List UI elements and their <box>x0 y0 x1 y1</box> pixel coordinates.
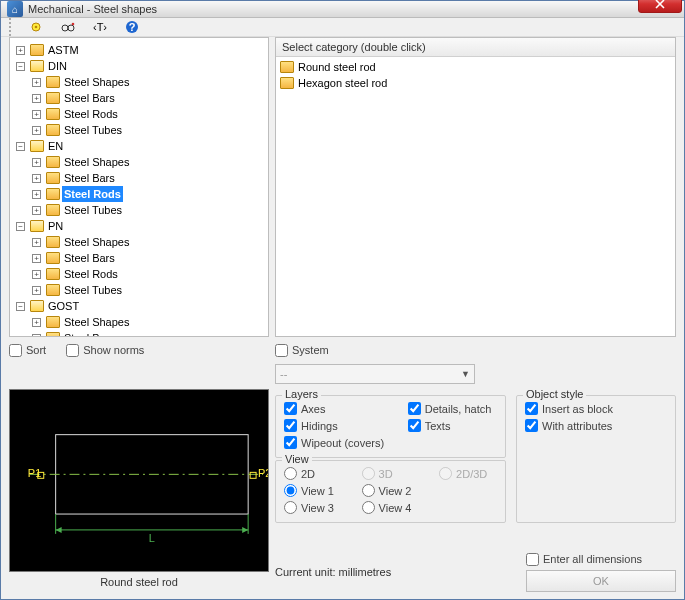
view-4-radio[interactable]: View 4 <box>362 501 422 514</box>
tree-item-label[interactable]: Steel Shapes <box>62 234 131 250</box>
tree-expander[interactable]: + <box>32 318 41 327</box>
layer-hidings-checkbox[interactable]: Hidings <box>284 419 390 432</box>
toolbar-help-button[interactable]: ? <box>123 18 141 36</box>
show-norms-checkbox[interactable]: Show norms <box>66 344 144 357</box>
folder-icon <box>30 140 44 152</box>
layers-fieldset: Layers Axes Details, hatch Hidings Texts… <box>275 395 506 458</box>
tree-expander[interactable]: + <box>32 254 41 263</box>
tree-expander[interactable]: + <box>32 286 41 295</box>
tree-item-label[interactable]: Steel Bars <box>62 250 117 266</box>
tree-item-label[interactable]: PN <box>46 218 65 234</box>
tree-expander[interactable]: + <box>32 158 41 167</box>
chevron-down-icon: ▼ <box>461 369 470 379</box>
with-attributes-checkbox[interactable]: With attributes <box>525 419 667 432</box>
system-combobox[interactable]: --▼ <box>275 364 475 384</box>
tree-expander[interactable]: + <box>32 270 41 279</box>
toolbar-grip <box>9 18 13 36</box>
svg-text:‹T›: ‹T› <box>93 21 107 33</box>
tree-item-label[interactable]: Steel Rods <box>62 266 120 282</box>
category-list: Select category (double click) Round ste… <box>275 37 676 337</box>
view-2-radio[interactable]: View 2 <box>362 484 422 497</box>
list-body[interactable]: Round steel rodHexagon steel rod <box>276 57 675 93</box>
list-item[interactable]: Round steel rod <box>280 59 671 75</box>
tree-expander[interactable]: + <box>32 206 41 215</box>
current-unit-label: Current unit: millimetres <box>275 566 391 578</box>
tree-item-label[interactable]: Steel Bars <box>62 90 117 106</box>
tree-expander[interactable]: + <box>32 78 41 87</box>
svg-marker-17 <box>56 527 62 533</box>
sort-checkbox[interactable]: Sort <box>9 344 46 357</box>
tree-item-label[interactable]: Steel Rods <box>62 106 120 122</box>
tree-item-label[interactable]: Steel Bars <box>62 330 117 337</box>
folder-icon <box>46 188 60 200</box>
help-icon: ? <box>125 20 139 34</box>
ok-button[interactable]: OK <box>526 570 676 592</box>
tree-expander[interactable]: − <box>16 142 25 151</box>
system-checkbox[interactable]: System <box>275 344 329 357</box>
binoculars-icon <box>61 20 75 34</box>
list-item-label: Hexagon steel rod <box>298 77 387 89</box>
tree-expander[interactable]: − <box>16 222 25 231</box>
folder-icon <box>46 236 60 248</box>
tree-expander[interactable]: + <box>16 46 25 55</box>
svg-marker-18 <box>242 527 248 533</box>
svg-rect-12 <box>250 472 256 478</box>
list-item-label: Round steel rod <box>298 61 376 73</box>
toolbar-find-button[interactable] <box>59 18 77 36</box>
tree-item-label[interactable]: EN <box>46 138 65 154</box>
folder-icon <box>46 76 60 88</box>
layer-texts-checkbox[interactable]: Texts <box>408 419 497 432</box>
svg-point-4 <box>72 23 75 26</box>
preview-canvas: P1 P2 L <box>9 389 269 572</box>
folder-icon <box>30 300 44 312</box>
tree-expander[interactable]: + <box>32 110 41 119</box>
folder-icon <box>280 77 294 89</box>
view-3d-radio: 3D <box>362 467 422 480</box>
tree-item-label[interactable]: Steel Shapes <box>62 154 131 170</box>
enter-all-dimensions-checkbox[interactable]: Enter all dimensions <box>526 553 642 566</box>
folder-icon <box>46 252 60 264</box>
svg-text:P1: P1 <box>28 467 41 479</box>
tree-expander[interactable]: − <box>16 302 25 311</box>
tree-expander[interactable]: + <box>32 334 41 338</box>
folder-icon <box>280 61 294 73</box>
tree-item-label[interactable]: Steel Tubes <box>62 122 124 138</box>
toolbar-text-button[interactable]: ‹T› <box>91 18 109 36</box>
insert-as-block-checkbox[interactable]: Insert as block <box>525 402 667 415</box>
tree-item-label[interactable]: Steel Bars <box>62 170 117 186</box>
window-title: Mechanical - Steel shapes <box>28 3 638 15</box>
lower-area: P1 P2 L Round steel rod <box>9 389 676 592</box>
view-3-radio[interactable]: View 3 <box>284 501 344 514</box>
preview-label: Round steel rod <box>9 572 269 592</box>
view-1-radio[interactable]: View 1 <box>284 484 344 497</box>
layer-details-checkbox[interactable]: Details, hatch <box>408 402 497 415</box>
folder-icon <box>30 44 44 56</box>
close-button[interactable] <box>638 0 682 13</box>
tree-item-label[interactable]: Steel Shapes <box>62 314 131 330</box>
close-icon <box>655 0 665 9</box>
preview-column: P1 P2 L Round steel rod <box>9 389 269 592</box>
tree-item-label[interactable]: GOST <box>46 298 81 314</box>
svg-point-2 <box>62 25 68 31</box>
layer-wipeout-checkbox[interactable]: Wipeout (covers) <box>284 436 390 449</box>
tree-item-label[interactable]: Steel Shapes <box>62 74 131 90</box>
tree-expander[interactable]: + <box>32 126 41 135</box>
tree-expander[interactable]: − <box>16 62 25 71</box>
tree-item-label[interactable]: Steel Tubes <box>62 282 124 298</box>
folder-icon <box>46 172 60 184</box>
tree-item-label[interactable]: Steel Tubes <box>62 202 124 218</box>
view-2d-radio[interactable]: 2D <box>284 467 344 480</box>
body: +ASTM−DIN+Steel Shapes+Steel Bars+Steel … <box>1 37 684 600</box>
category-tree[interactable]: +ASTM−DIN+Steel Shapes+Steel Bars+Steel … <box>9 37 269 337</box>
toolbar-cog-button[interactable] <box>27 18 45 36</box>
layer-axes-checkbox[interactable]: Axes <box>284 402 390 415</box>
tree-item-label[interactable]: DIN <box>46 58 69 74</box>
tree-item-label[interactable]: Steel Rods <box>62 186 123 202</box>
tree-expander[interactable]: + <box>32 94 41 103</box>
tree-expander[interactable]: + <box>32 174 41 183</box>
tree-expander[interactable]: + <box>32 238 41 247</box>
app-icon: ⌂ <box>7 1 23 17</box>
list-item[interactable]: Hexagon steel rod <box>280 75 671 91</box>
tree-item-label[interactable]: ASTM <box>46 42 81 58</box>
tree-expander[interactable]: + <box>32 190 41 199</box>
